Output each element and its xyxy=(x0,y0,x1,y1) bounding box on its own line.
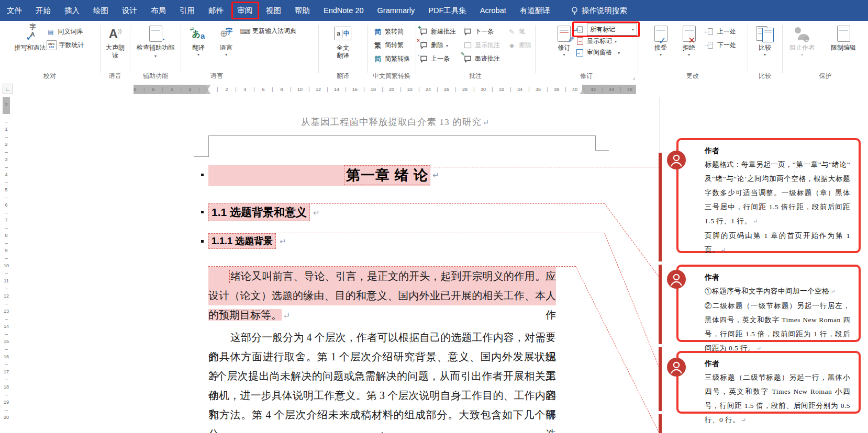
tab-file[interactable]: 文件 xyxy=(0,0,29,21)
paragraph-line[interactable]: 绪论又叫前言、导论、引言，是正文的开头，起到开宗明义的作用。应说明 xyxy=(208,267,556,286)
markup-select-dropdown[interactable]: 所有标记 ▾ xyxy=(587,24,637,36)
tab-view[interactable]: 视图 xyxy=(259,0,288,21)
tab-insert[interactable]: 插入 xyxy=(58,0,86,21)
delete-comment-button[interactable]: × 删除 ▾ xyxy=(419,41,456,50)
compare-button[interactable]: 比较 ▾ xyxy=(752,24,777,71)
paragraph-anchor-bullet xyxy=(201,240,204,243)
ruler-tick: | xyxy=(583,86,584,93)
simplified-to-traditional-button[interactable]: 繁 简转繁 xyxy=(373,41,410,50)
text-boundary-mark xyxy=(194,156,208,157)
ruler-tick-label: 36 xyxy=(536,86,541,93)
read-aloud-button[interactable]: A )) 大声朗读 xyxy=(101,24,130,71)
next-comment-button[interactable]: → 下一条 xyxy=(463,27,500,36)
ruler-tick-label: 8 xyxy=(3,233,10,238)
comment-connector-line xyxy=(604,233,659,367)
page-header-text[interactable]: 从基因工程菌中释放提取白介素 13 的研究↵ xyxy=(208,116,582,128)
comment-balloon[interactable]: 作者 ①标题序号和文字内容中间加一个空格↵ ②二级标题（一级节标题）另起一行居左… xyxy=(676,265,861,342)
paragraph-line[interactable]: 设计（论文）选题的缘由、目的和意义、国内外业已开展的相关工作、本人工作 xyxy=(208,286,556,305)
tab-endnote[interactable]: EndNote 20 xyxy=(317,0,371,21)
ruler-tick-label: 24 xyxy=(426,86,431,93)
paragraph-line[interactable]: 这部分一般分为 4 个层次，作者可以根据自己的选题工作内容，对需要介绍 xyxy=(208,328,556,347)
previous-change-button[interactable]: ← 上一处 xyxy=(706,27,736,36)
new-comment-button[interactable]: ＋ 新建批注 xyxy=(419,27,456,36)
tab-home[interactable]: 开始 xyxy=(29,0,58,21)
hanging-indent-marker[interactable] xyxy=(206,90,211,94)
paragraph-anchor-bullet xyxy=(201,211,204,213)
pilcrow-mark: ↵ xyxy=(752,218,758,224)
ruler-tick: | xyxy=(235,86,236,93)
tab-grammarly[interactable]: Grammarly xyxy=(371,0,422,21)
comment-balloon[interactable]: 作者 标题格式：每章另起一页，“第一章”与“绪论”及“绪”与“论’之间均加两个空… xyxy=(676,138,861,253)
ink-comment-icon: ✎ xyxy=(463,54,472,63)
ruler-tick-label: 18 xyxy=(371,86,376,93)
tab-design[interactable]: 设计 xyxy=(115,0,144,21)
first-line-indent-marker[interactable] xyxy=(206,85,211,88)
chevron-down-icon: ▾ xyxy=(615,39,617,44)
next-change-button[interactable]: → 下一处 xyxy=(706,41,736,50)
tab-draw[interactable]: 绘图 xyxy=(86,0,115,21)
language-button[interactable]: ⊕ 字 语言 ▾ xyxy=(213,24,239,71)
header-divider-line xyxy=(208,135,596,136)
ruler-tick xyxy=(5,183,8,183)
comment-change-bar xyxy=(659,347,662,411)
author-avatar xyxy=(667,270,686,289)
word-count-button[interactable]: ABC123 字数统计 xyxy=(47,41,84,50)
traditional-to-simplified-button[interactable]: 简 繁转简 xyxy=(373,27,410,36)
tab-review[interactable]: 审阅 xyxy=(230,0,259,21)
tab-youdao-translate[interactable]: 有道翻译 xyxy=(513,0,557,21)
reviewing-pane-button[interactable]: → 审阅窗格 ▾ xyxy=(575,48,637,57)
comment-connector-line xyxy=(208,266,576,267)
tab-mailings[interactable]: 邮件 xyxy=(202,0,230,21)
tab-layout[interactable]: 布局 xyxy=(144,0,173,21)
ruler-tick xyxy=(5,243,8,244)
show-markup-button[interactable]: 显示标记 ▾ xyxy=(575,37,637,45)
ruler-tick-label: 2 xyxy=(3,142,10,147)
ruler-tick: | xyxy=(327,86,328,93)
tell-me-search[interactable]: 操作说明搜索 xyxy=(581,0,634,21)
comment-balloon[interactable]: 作者 三级标题（二级节标题）另起一行，黑体小四号，英文和数字 Times New… xyxy=(676,351,861,414)
ruler-tick xyxy=(5,274,8,274)
update-ime-dictionary-button[interactable]: ⌨ 更新输入法词典 xyxy=(241,27,296,36)
accept-icon: ✓ xyxy=(654,24,667,43)
thesaurus-button[interactable]: ▤ 同义词库 xyxy=(47,27,84,36)
paragraph-line[interactable]: 的预期目标等。↵ xyxy=(208,305,556,325)
convert-button[interactable]: 简 简繁转换 xyxy=(373,54,410,63)
ruler-tick: | xyxy=(290,86,291,93)
paragraph-line[interactable]: 的具体方面进行取舍。第 1 个层次介绍研究背景、意义、国内外发展状况等。第 xyxy=(208,347,556,367)
tracking-dialog-launcher[interactable]: ⌟ xyxy=(632,74,635,80)
tab-stop-selector[interactable]: ∟ xyxy=(3,84,13,94)
chevron-down-icon: ▾ xyxy=(688,52,690,57)
track-changes-button[interactable]: ✎ 修订 ▾ xyxy=(554,24,574,71)
tab-acrobat[interactable]: Acrobat xyxy=(473,0,513,21)
heading2-text[interactable]: 1.1 选题背景和意义 xyxy=(208,203,310,221)
pilcrow-mark: ↵ xyxy=(741,417,746,423)
comment-text: ②二级标题（一级节标题）另起一行居左，黑体四号，英文和数字 Times New … xyxy=(705,299,850,356)
restrict-editing-button[interactable]: 限制编辑 xyxy=(828,24,859,71)
ink-comment-button[interactable]: ✎ 墨迹批注 xyxy=(463,54,500,63)
tab-references[interactable]: 引用 xyxy=(173,0,202,21)
tab-help[interactable]: 帮助 xyxy=(288,0,317,21)
spelling-grammar-button[interactable]: 字A ✓ 拼写和语法 xyxy=(16,24,45,71)
vertical-ruler: 2 1234567891011121314151617181920 xyxy=(3,97,10,433)
previous-comment-button[interactable]: ← 上一条 xyxy=(419,54,456,63)
ruler-tick-label: 14 xyxy=(334,86,339,93)
translate-button[interactable]: あ a ⇄ 翻译 ▾ xyxy=(185,24,212,71)
heading3-text[interactable]: 1.1.1 选题背景 xyxy=(208,233,276,249)
heading1-highlight[interactable]: 第一章 绪 论 xyxy=(208,165,430,186)
check-accessibility-button[interactable]: ◔ 检查辅助功能 ▾ xyxy=(136,24,175,71)
accept-button[interactable]: ✓ 接受 ▾ xyxy=(649,24,672,71)
chevron-down-icon: ▾ xyxy=(197,52,199,57)
vertical-ruler-margin-label: 2 xyxy=(3,102,10,107)
ruler-tick-label: 2 xyxy=(225,86,228,93)
paragraph-line[interactable]: 2 个层次提出尚未解决的问题或急需解决的问题，从而引出作者开展相关工作的 xyxy=(208,367,556,386)
chevron-down-icon: ▾ xyxy=(446,43,448,48)
paragraph-line[interactable]: 动机，进一步具体说明工作意义。第 3 个层次说明自身工作目的、工作内容和研 xyxy=(208,386,556,405)
pen-button: ✎ 笔 xyxy=(507,27,531,36)
ruler-tick: | xyxy=(473,86,474,93)
ruler-tick: | xyxy=(308,86,309,93)
paragraph-line[interactable]: 究方法。第 4 个层次介绍未来成稿材料的组成部分。大致包含如下几个部分：选 xyxy=(208,405,556,425)
reject-button[interactable]: ✕ 拒绝 ▾ xyxy=(677,24,700,71)
full-text-translate-button[interactable]: a中 全文翻译 xyxy=(328,24,358,71)
tab-pdf-tools[interactable]: PDF工具集 xyxy=(421,0,473,21)
ruler-tick: | xyxy=(382,86,383,93)
